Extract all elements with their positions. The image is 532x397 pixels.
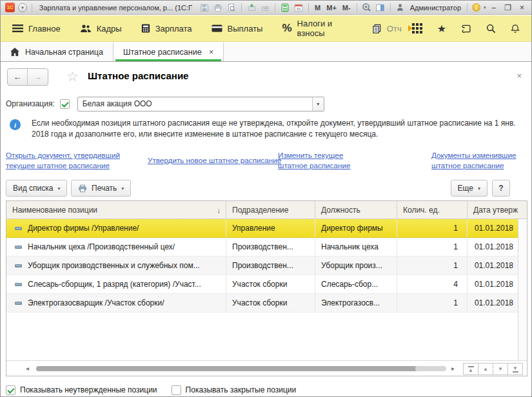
- show-closed-checkbox[interactable]: [172, 385, 181, 395]
- go-first-row-button[interactable]: ▲: [463, 363, 478, 375]
- info-message: Если необходимая позиция штатного распис…: [32, 118, 521, 140]
- favorites-star-icon[interactable]: ★: [437, 23, 446, 35]
- table-row[interactable]: Уборщик производственных и служебных пом…: [6, 257, 518, 275]
- position-dash-icon: [15, 302, 22, 305]
- print-preview-icon[interactable]: [226, 3, 237, 13]
- svg-text:31: 31: [297, 6, 301, 10]
- current-user-label[interactable]: Администратор: [410, 4, 461, 12]
- menu-reports[interactable]: Отч: [372, 24, 412, 34]
- scrollbar-thumb-light: [415, 366, 446, 371]
- printer-icon: [78, 184, 87, 193]
- table-row[interactable]: Директор фирмы /Управление/ Управление Д…: [6, 219, 518, 238]
- chevron-down-icon: ▾: [121, 186, 124, 191]
- combo-dropdown-button[interactable]: ▾: [312, 97, 324, 111]
- cell-position: Слесарь-сбор...: [315, 275, 397, 293]
- organization-label: Организация:: [6, 99, 55, 108]
- tab-bar: Начальная страница Штатное расписание ×: [1, 43, 531, 62]
- table-row[interactable]: Начальник цеха /Производственный цех/ Пр…: [6, 238, 518, 257]
- history-icon[interactable]: [461, 24, 471, 34]
- tab-staffing-schedule[interactable]: Штатное расписание ×: [113, 43, 224, 61]
- menu-main[interactable]: Главное: [12, 24, 61, 34]
- system-menu-button[interactable]: ▾: [18, 3, 27, 12]
- arrow-up-icon: ▲: [468, 368, 473, 373]
- scrollbar-thumb[interactable]: [36, 366, 420, 371]
- cell-department: Участок сборки: [226, 294, 315, 312]
- calculator-icon[interactable]: [280, 3, 290, 13]
- organization-value: Белая акация ООО: [78, 99, 312, 108]
- divider: [275, 3, 275, 12]
- view-list-button[interactable]: Вид списка ▾: [6, 180, 67, 197]
- arrow-down-icon: ▼: [513, 366, 518, 371]
- organization-select[interactable]: Белая акация ООО ▾: [77, 97, 324, 111]
- row-down-button[interactable]: ▼: [493, 363, 508, 375]
- print-icon[interactable]: [213, 3, 223, 13]
- footer-options: Показывать неутвержденные позиции Показы…: [6, 383, 526, 397]
- help-button[interactable]: ?: [492, 180, 510, 197]
- tab-label: Начальная страница: [25, 48, 103, 57]
- show-unapproved-label: Показывать неутвержденные позиции: [20, 385, 157, 394]
- cell-department: Производствен...: [226, 238, 315, 256]
- table-row[interactable]: Слесарь-сборщик, 1 разряд (категория) /У…: [6, 275, 518, 294]
- close-button[interactable]: ×: [517, 3, 527, 12]
- menu-taxes[interactable]: % Налоги и взносы: [282, 19, 352, 38]
- print-button[interactable]: Печать ▾: [71, 180, 131, 197]
- column-header-count[interactable]: Колич. ед.: [397, 201, 468, 218]
- title-bar: 1С ▾ Зарплата и управление персоналом, р…: [1, 1, 531, 15]
- link-changing-documents[interactable]: Документы изменившие штатное расписание: [431, 150, 532, 171]
- link-open-approving-document[interactable]: Открыть документ, утвердивший текущее шт…: [6, 150, 144, 171]
- vertical-scrollbar[interactable]: [518, 219, 527, 360]
- memory-plus-button[interactable]: М+: [325, 4, 338, 12]
- add-to-favorites-star-icon[interactable]: ☆: [66, 69, 79, 84]
- scroll-left-icon[interactable]: ◂: [26, 365, 29, 372]
- form-close-icon[interactable]: ×: [517, 71, 522, 81]
- zoom-icon[interactable]: [362, 3, 372, 13]
- column-header-position[interactable]: Должность: [315, 201, 397, 218]
- search-icon[interactable]: [486, 24, 496, 34]
- horizontal-scrollbar[interactable]: ◂ ▸ ▲ ▲ ▼ ▼: [6, 360, 527, 376]
- all-functions-grid-icon[interactable]: [412, 23, 422, 34]
- column-header-position-name[interactable]: Наименование позиции ↓: [6, 201, 226, 218]
- send-file-icon[interactable]: [246, 3, 257, 13]
- menu-label: Выплаты: [228, 24, 263, 34]
- memory-minus-button[interactable]: М-: [341, 4, 352, 12]
- notifications-bell-icon[interactable]: [511, 24, 520, 34]
- scroll-right-icon[interactable]: ▸: [451, 365, 455, 372]
- link-change-current-schedule[interactable]: Изменить текущее штатное расписание: [278, 150, 367, 171]
- menu-personnel[interactable]: Кадры: [80, 24, 122, 34]
- more-button[interactable]: Еще ▾: [451, 180, 488, 197]
- button-label: Печать: [92, 184, 117, 193]
- back-button[interactable]: ←: [8, 69, 28, 85]
- go-last-row-button[interactable]: ▼: [507, 363, 523, 375]
- cell-count: 1: [397, 294, 468, 312]
- chevron-down-icon: ▾: [21, 5, 24, 10]
- table-row[interactable]: Электрогазосварщик /Участок сборки/ Учас…: [6, 294, 518, 313]
- people-icon: [80, 24, 92, 33]
- calculator-grid-icon: [141, 24, 150, 33]
- menu-payments[interactable]: Выплаты: [212, 24, 263, 34]
- split-window-icon[interactable]: [375, 3, 386, 13]
- save-icon[interactable]: [199, 3, 210, 13]
- calendar-icon[interactable]: 31: [293, 3, 304, 13]
- link-approve-new-schedule[interactable]: Утвердить новое штатное расписание: [148, 155, 300, 166]
- organization-checkbox[interactable]: [60, 99, 70, 109]
- cell-position-name: Электрогазосварщик /Участок сборки/: [28, 298, 164, 307]
- show-unapproved-checkbox[interactable]: [6, 385, 15, 395]
- chevron-down-icon[interactable]: ▾: [484, 5, 486, 10]
- percent-icon: %: [282, 22, 291, 35]
- tab-label: Штатное расписание: [123, 48, 202, 57]
- minimize-button[interactable]: –: [489, 3, 499, 12]
- row-up-button[interactable]: ▲: [478, 363, 493, 375]
- service-info-icon[interactable]: i: [472, 3, 480, 12]
- tab-home[interactable]: Начальная страница: [1, 43, 113, 61]
- menu-salary[interactable]: Зарплата: [141, 24, 192, 34]
- memory-recall-button[interactable]: М: [313, 4, 322, 12]
- column-header-department[interactable]: Подразделение: [226, 201, 315, 218]
- forward-button[interactable]: →: [28, 69, 48, 85]
- arrow-down-icon: ▼: [498, 367, 503, 371]
- divider: [241, 3, 242, 12]
- divider: [390, 3, 391, 12]
- receive-file-icon[interactable]: [260, 3, 270, 13]
- maximize-button[interactable]: ❐: [502, 3, 514, 12]
- column-header-approval-date[interactable]: Дата утверж: [468, 201, 527, 218]
- tab-close-icon[interactable]: ×: [209, 47, 214, 57]
